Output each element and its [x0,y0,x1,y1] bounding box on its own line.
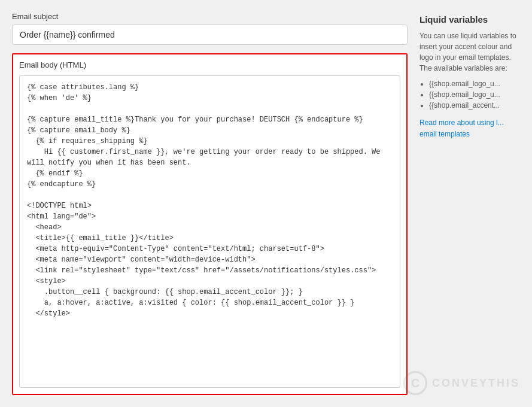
email-body-section: Email body (HTML) {% case attributes.lan… [12,53,408,395]
read-more-link[interactable]: Read more about using l... email templat… [419,119,504,138]
watermark-text: CONVEYTHIS [432,377,520,390]
watermark: C CONVEYTHIS [403,371,520,395]
email-body-textarea[interactable]: {% case attributes.lang %} {% when 'de' … [19,75,400,388]
list-item: {{shop.email_accent... [429,101,520,110]
email-subject-group: Email subject [12,12,408,45]
right-panel: Liquid variables You can use liquid vari… [419,12,520,395]
watermark-icon: C [403,371,427,395]
email-subject-label: Email subject [12,12,408,21]
liquid-variables-title: Liquid variables [419,14,520,25]
email-body-label: Email body (HTML) [19,60,400,69]
list-item: {{shop.email_logo_u... [429,80,520,88]
email-subject-input[interactable] [12,25,408,45]
list-item: {{shop.email_logo_u... [429,90,520,99]
liquid-variables-description: You can use liquid variables to insert y… [419,31,520,74]
variables-list: {{shop.email_logo_u... {{shop.email_logo… [419,80,520,110]
